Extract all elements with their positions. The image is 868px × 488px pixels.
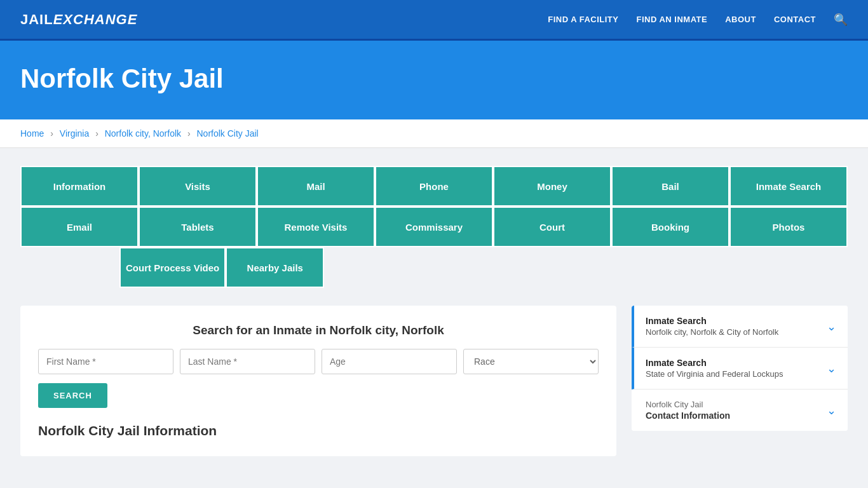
btn-email[interactable]: Email bbox=[20, 207, 139, 247]
sidebar-card: Inmate Search Norfolk city, Norfolk & Ci… bbox=[632, 306, 848, 431]
breadcrumb-current[interactable]: Norfolk City Jail bbox=[196, 128, 258, 139]
navbar: JAILEXCHANGE FIND A FACILITY FIND AN INM… bbox=[0, 0, 868, 41]
navigation-grid: Information Visits Mail Phone Money Bail… bbox=[20, 166, 848, 288]
page-title: Norfolk City Jail bbox=[20, 64, 848, 94]
breadcrumb-sep3: › bbox=[187, 128, 193, 139]
sidebar-sub-2: State of Virginia and Federal Lockups bbox=[646, 369, 783, 379]
search-icon[interactable]: 🔍 bbox=[834, 13, 848, 27]
btn-photos[interactable]: Photos bbox=[729, 207, 848, 247]
chevron-down-icon-2: ⌄ bbox=[827, 362, 836, 376]
btn-visits[interactable]: Visits bbox=[139, 166, 257, 207]
sidebar-sub-3: Contact Information bbox=[646, 410, 730, 421]
breadcrumb-home[interactable]: Home bbox=[20, 128, 44, 139]
sidebar-title-3: Norfolk City Jail bbox=[646, 400, 730, 409]
hero-banner: Norfolk City Jail bbox=[0, 41, 868, 119]
main-layout: Search for an Inmate in Norfolk city, No… bbox=[20, 306, 848, 456]
btn-remote-visits[interactable]: Remote Visits bbox=[257, 207, 375, 247]
breadcrumb: Home › Virginia › Norfolk city, Norfolk … bbox=[0, 119, 868, 148]
nav-find-facility[interactable]: FIND A FACILITY bbox=[548, 15, 618, 24]
btn-tablets[interactable]: Tablets bbox=[139, 207, 257, 247]
sidebar-item-inmate-search-local[interactable]: Inmate Search Norfolk city, Norfolk & Ci… bbox=[632, 306, 848, 348]
btn-information[interactable]: Information bbox=[20, 166, 139, 207]
chevron-down-icon-1: ⌄ bbox=[827, 320, 836, 334]
breadcrumb-sep2: › bbox=[95, 128, 101, 139]
grid-row-1: Information Visits Mail Phone Money Bail… bbox=[20, 166, 848, 207]
search-fields: Race White Black Hispanic Asian Other bbox=[38, 349, 599, 374]
btn-court-process-video[interactable]: Court Process Video bbox=[119, 247, 226, 288]
site-logo[interactable]: JAILEXCHANGE bbox=[20, 11, 137, 28]
first-name-input[interactable] bbox=[38, 349, 173, 374]
logo-jail: JAIL bbox=[20, 11, 53, 27]
search-heading: Search for an Inmate in Norfolk city, No… bbox=[38, 323, 599, 337]
search-panel: Search for an Inmate in Norfolk city, No… bbox=[20, 306, 616, 456]
race-select[interactable]: Race White Black Hispanic Asian Other bbox=[463, 349, 599, 374]
breadcrumb-virginia[interactable]: Virginia bbox=[60, 128, 89, 139]
sidebar-item-contact-info[interactable]: Norfolk City Jail Contact Information ⌄ bbox=[632, 390, 848, 431]
breadcrumb-norfolk-city[interactable]: Norfolk city, Norfolk bbox=[105, 128, 181, 139]
btn-booking[interactable]: Booking bbox=[611, 207, 729, 247]
btn-phone[interactable]: Phone bbox=[375, 166, 493, 207]
sidebar: Inmate Search Norfolk city, Norfolk & Ci… bbox=[632, 306, 848, 432]
sidebar-title-1: Inmate Search bbox=[646, 316, 778, 326]
breadcrumb-sep1: › bbox=[50, 128, 56, 139]
btn-nearby-jails[interactable]: Nearby Jails bbox=[226, 247, 324, 288]
btn-money[interactable]: Money bbox=[493, 166, 611, 207]
chevron-down-icon-3: ⌄ bbox=[827, 403, 836, 417]
btn-commissary[interactable]: Commissary bbox=[375, 207, 493, 247]
grid-row-3: Court Process Video Nearby Jails bbox=[119, 247, 324, 288]
search-button[interactable]: SEARCH bbox=[38, 383, 107, 408]
btn-mail[interactable]: Mail bbox=[257, 166, 375, 207]
last-name-input[interactable] bbox=[180, 349, 315, 374]
nav-find-inmate[interactable]: FIND AN INMATE bbox=[636, 15, 707, 24]
info-section-heading: Norfolk City Jail Information bbox=[38, 423, 599, 438]
logo-exchange: EXCHANGE bbox=[53, 11, 138, 27]
nav-about[interactable]: ABOUT bbox=[725, 15, 756, 24]
sidebar-sub-1: Norfolk city, Norfolk & City of Norfolk bbox=[646, 327, 778, 337]
sidebar-item-inmate-search-state[interactable]: Inmate Search State of Virginia and Fede… bbox=[632, 348, 848, 390]
nav-links: FIND A FACILITY FIND AN INMATE ABOUT CON… bbox=[548, 13, 848, 27]
btn-bail[interactable]: Bail bbox=[611, 166, 729, 207]
content-area: Information Visits Mail Phone Money Bail… bbox=[0, 148, 868, 474]
sidebar-title-2: Inmate Search bbox=[646, 358, 783, 368]
grid-row-2: Email Tablets Remote Visits Commissary C… bbox=[20, 207, 848, 247]
btn-inmate-search[interactable]: Inmate Search bbox=[729, 166, 848, 207]
btn-court[interactable]: Court bbox=[493, 207, 611, 247]
age-input[interactable] bbox=[322, 349, 457, 374]
nav-contact[interactable]: CONTACT bbox=[774, 15, 816, 24]
